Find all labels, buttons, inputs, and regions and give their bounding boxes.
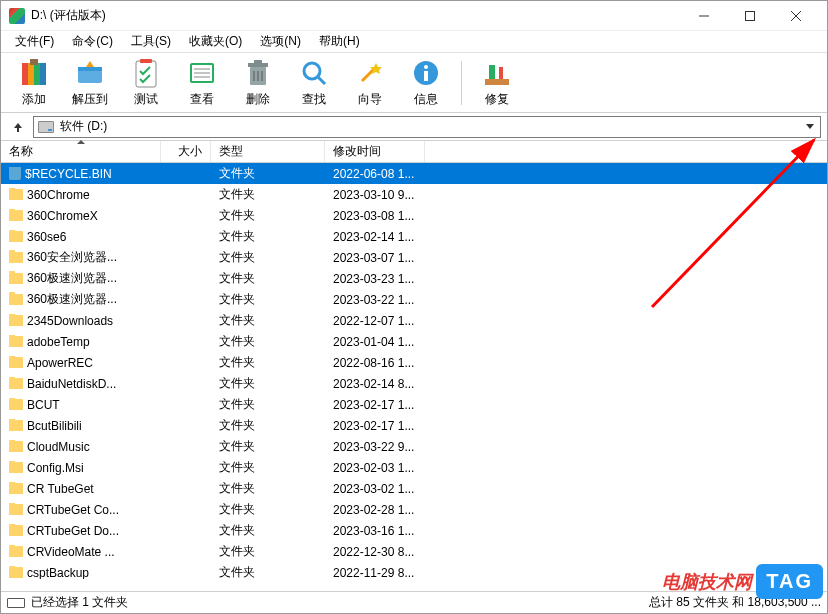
file-row[interactable]: BCUT文件夹2023-02-17 1... — [1, 394, 827, 415]
file-date: 2023-02-28 1... — [325, 503, 425, 517]
file-name-cell: CR TubeGet — [1, 482, 161, 496]
menu-file[interactable]: 文件(F) — [7, 31, 62, 52]
file-row[interactable]: ApowerREC文件夹2022-08-16 1... — [1, 352, 827, 373]
column-date[interactable]: 修改时间 — [325, 141, 425, 162]
column-type[interactable]: 类型 — [211, 141, 325, 162]
svg-rect-21 — [254, 60, 262, 63]
file-name: csptBackup — [27, 566, 89, 580]
file-date: 2023-03-16 1... — [325, 524, 425, 538]
folder-icon — [9, 420, 23, 431]
file-date: 2023-03-22 1... — [325, 293, 425, 307]
file-type: 文件夹 — [211, 333, 325, 350]
pathbar: 软件 (D:) — [1, 113, 827, 141]
minimize-button[interactable] — [681, 2, 727, 30]
maximize-button[interactable] — [727, 2, 773, 30]
file-row[interactable]: 2345Downloads文件夹2022-12-07 1... — [1, 310, 827, 331]
delete-button[interactable]: 删除 — [233, 55, 283, 111]
file-date: 2022-11-29 8... — [325, 566, 425, 580]
up-button[interactable] — [7, 116, 29, 138]
file-name-cell: ApowerREC — [1, 356, 161, 370]
add-button[interactable]: 添加 — [9, 55, 59, 111]
file-row[interactable]: CloudMusic文件夹2023-03-22 9... — [1, 436, 827, 457]
close-button[interactable] — [773, 2, 819, 30]
file-row[interactable]: 360极速浏览器...文件夹2023-03-22 1... — [1, 289, 827, 310]
file-type: 文件夹 — [211, 312, 325, 329]
file-row[interactable]: 360se6文件夹2023-02-14 1... — [1, 226, 827, 247]
file-list[interactable]: $RECYCLE.BIN文件夹2022-06-08 1...360Chrome文… — [1, 163, 827, 579]
file-row[interactable]: BaiduNetdiskD...文件夹2023-02-14 8... — [1, 373, 827, 394]
file-type: 文件夹 — [211, 291, 325, 308]
file-row[interactable]: BcutBilibili文件夹2023-02-17 1... — [1, 415, 827, 436]
folder-icon — [9, 399, 23, 410]
window-title: D:\ (评估版本) — [31, 7, 681, 24]
file-row[interactable]: 360安全浏览器...文件夹2023-03-07 1... — [1, 247, 827, 268]
column-size[interactable]: 大小 — [161, 141, 211, 162]
file-row[interactable]: CR TubeGet文件夹2023-03-02 1... — [1, 478, 827, 499]
file-name-cell: 360极速浏览器... — [1, 270, 161, 287]
toolbar: 添加 解压到 测试 查看 删除 查找 向导 信息 修复 — [1, 53, 827, 113]
tool-label: 查找 — [302, 91, 326, 108]
file-name: 360Chrome — [27, 188, 90, 202]
wizard-button[interactable]: 向导 — [345, 55, 395, 111]
file-name: 360极速浏览器... — [27, 270, 117, 287]
file-row[interactable]: adobeTemp文件夹2023-01-04 1... — [1, 331, 827, 352]
tool-label: 删除 — [246, 91, 270, 108]
find-button[interactable]: 查找 — [289, 55, 339, 111]
file-name: adobeTemp — [27, 335, 90, 349]
file-row[interactable]: CRTubeGet Do...文件夹2023-03-16 1... — [1, 520, 827, 541]
column-name[interactable]: 名称 — [1, 141, 161, 162]
test-button[interactable]: 测试 — [121, 55, 171, 111]
file-type: 文件夹 — [211, 396, 325, 413]
menubar: 文件(F) 命令(C) 工具(S) 收藏夹(O) 选项(N) 帮助(H) — [1, 31, 827, 53]
column-headers: 名称 大小 类型 修改时间 — [1, 141, 827, 163]
status-selection: 已经选择 1 文件夹 — [31, 594, 128, 611]
folder-icon — [9, 231, 23, 242]
file-row[interactable]: Config.Msi文件夹2023-02-03 1... — [1, 457, 827, 478]
wizard-icon — [354, 57, 386, 89]
file-type: 文件夹 — [211, 501, 325, 518]
file-name-cell: csptBackup — [1, 566, 161, 580]
file-date: 2022-08-16 1... — [325, 356, 425, 370]
folder-icon — [9, 378, 23, 389]
repair-button[interactable]: 修复 — [472, 55, 522, 111]
extract-icon — [74, 57, 106, 89]
path-input[interactable]: 软件 (D:) — [33, 116, 821, 138]
folder-icon — [9, 357, 23, 368]
file-row[interactable]: 360ChromeX文件夹2023-03-08 1... — [1, 205, 827, 226]
file-name-cell: CloudMusic — [1, 440, 161, 454]
file-row[interactable]: csptBackup文件夹2022-11-29 8... — [1, 562, 827, 579]
chevron-down-icon — [806, 124, 814, 129]
file-row[interactable]: 360极速浏览器...文件夹2023-03-23 1... — [1, 268, 827, 289]
folder-icon — [9, 483, 23, 494]
svg-rect-8 — [40, 63, 46, 85]
search-icon — [298, 57, 330, 89]
file-date: 2023-03-02 1... — [325, 482, 425, 496]
file-name-cell: CRTubeGet Do... — [1, 524, 161, 538]
file-row[interactable]: CRTubeGet Co...文件夹2023-02-28 1... — [1, 499, 827, 520]
info-button[interactable]: 信息 — [401, 55, 451, 111]
file-date: 2023-03-07 1... — [325, 251, 425, 265]
tool-label: 测试 — [134, 91, 158, 108]
file-row[interactable]: $RECYCLE.BIN文件夹2022-06-08 1... — [1, 163, 827, 184]
menu-options[interactable]: 选项(N) — [252, 31, 309, 52]
file-date: 2023-02-14 1... — [325, 230, 425, 244]
toolbar-separator — [461, 61, 462, 105]
file-row[interactable]: CRVideoMate ...文件夹2022-12-30 8... — [1, 541, 827, 562]
file-row[interactable]: 360Chrome文件夹2023-03-10 9... — [1, 184, 827, 205]
status-drive-icon — [7, 598, 25, 608]
menu-favorites[interactable]: 收藏夹(O) — [181, 31, 250, 52]
file-name: CRTubeGet Co... — [27, 503, 119, 517]
file-type: 文件夹 — [211, 228, 325, 245]
file-type: 文件夹 — [211, 459, 325, 476]
svg-rect-6 — [28, 63, 34, 85]
path-dropdown-button[interactable] — [801, 117, 819, 137]
tool-label: 查看 — [190, 91, 214, 108]
extract-button[interactable]: 解压到 — [65, 55, 115, 111]
file-type: 文件夹 — [211, 438, 325, 455]
menu-help[interactable]: 帮助(H) — [311, 31, 368, 52]
menu-commands[interactable]: 命令(C) — [64, 31, 121, 52]
file-name: Config.Msi — [27, 461, 84, 475]
menu-tools[interactable]: 工具(S) — [123, 31, 179, 52]
view-button[interactable]: 查看 — [177, 55, 227, 111]
test-icon — [130, 57, 162, 89]
